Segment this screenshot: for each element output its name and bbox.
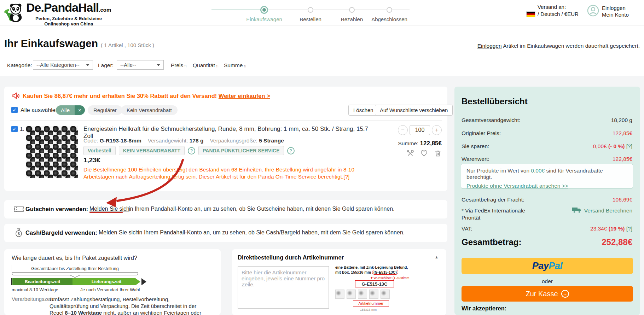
paypal-button[interactable]: PayPal — [462, 258, 633, 274]
processing-time-note: maximal 8-10 Werktage — [12, 287, 58, 292]
timeline-arrow-icon — [141, 278, 146, 285]
freight-label: Gesamtbetrag der Fracht: — [462, 197, 524, 203]
coupon-login-link[interactable]: Melden Sie sich — [89, 206, 129, 212]
quantity-decrease-button[interactable]: − — [398, 125, 408, 135]
original-price-label: Originaler Preis: — [462, 130, 501, 136]
item-checkbox[interactable]: ✓ — [11, 126, 18, 132]
calculate-shipping-link[interactable]: Versand Berechnen — [584, 208, 632, 214]
help-icon[interactable]: ? — [188, 147, 195, 154]
via-carrier-line2: Priorität — [462, 215, 480, 221]
german-flag-icon — [526, 11, 535, 17]
item-number-textarea[interactable] — [238, 266, 329, 309]
page-title-text: Ihr Einkaufswagen — [4, 37, 98, 49]
category-select[interactable]: --Alle Kategorien-- — [33, 60, 93, 70]
sort-price[interactable]: Preis↑↓ — [171, 62, 186, 69]
step-dot-pay — [349, 7, 355, 13]
item-number-example-image: eine Batterie, mit Zink-Legierung Befund… — [335, 265, 441, 311]
quantity-input[interactable] — [410, 125, 430, 135]
coupon-card: Gutschein verwenden: Melden Sie sich in … — [4, 200, 447, 218]
sort-quantity[interactable]: Quantität↑↓ — [193, 62, 218, 69]
ship-to-selector[interactable]: Versand an: / Deutsch / €EUR — [526, 4, 579, 17]
arrow-right-icon: → — [561, 290, 569, 298]
stock-label: Lager: — [98, 62, 114, 69]
coupon-text: in Ihrem Pandahall-Konto an, um zu sehen… — [129, 206, 395, 212]
or-separator: oder — [454, 278, 640, 285]
customize-tools-icon[interactable] — [406, 150, 414, 159]
persist-note: Einloggen Artikel im Einkaufswagen werde… — [477, 43, 640, 49]
help-icon[interactable]: ? — [287, 147, 295, 154]
logo-name: De.PandaHall — [26, 1, 99, 14]
grand-total-label: Gesamtbetrag: — [462, 237, 521, 247]
cash-card: $ Cash/Bargeld verwenden: Melden Sie sic… — [4, 224, 447, 242]
stock-select-value: --Alle-- — [120, 62, 136, 68]
item-actions — [406, 150, 442, 159]
example-circled-code: (G-E515-13C) — [372, 270, 398, 275]
ship-to-label: Versand an: — [538, 4, 579, 10]
logo-text: De.PandaHall.com Perlen, Zubehöre & Edel… — [26, 1, 111, 27]
category-select-value: --Alle Kategorien-- — [36, 62, 80, 68]
no-discount-products-link[interactable]: Produkte ohne Versandrabatt ansehen >> — [466, 183, 568, 189]
weight-label: Versandgewicht: — [148, 138, 190, 144]
close-icon[interactable]: × — [75, 105, 85, 115]
help-link[interactable]: [?] — [626, 226, 632, 232]
continue-shopping-link[interactable]: Weiter einkaufen > — [219, 93, 270, 99]
filter-tag-no-shipping-discount[interactable]: Kein Versandrabatt — [121, 105, 178, 115]
select-all-checkbox[interactable]: ✓ — [11, 107, 18, 113]
checkout-button[interactable]: Zur Kasse → — [462, 286, 633, 302]
collapse-icon[interactable]: ▲ — [435, 255, 439, 259]
item-index: 1. — [20, 126, 24, 132]
via-carrier-line1: * Via FedEx Internationale — [462, 208, 525, 214]
truck-icon — [572, 207, 582, 215]
product-image[interactable] — [26, 126, 78, 178]
example-description-2: mit Box, 155x16 mm — [335, 270, 371, 274]
login-link[interactable]: Einloggen — [477, 43, 502, 49]
user-icon — [587, 5, 599, 18]
trash-icon[interactable] — [434, 150, 442, 159]
filter-tag-all[interactable]: Alle × — [56, 105, 85, 115]
quantity-increase-button[interactable]: + — [432, 125, 442, 135]
summary-title: Bestellübersicht — [462, 97, 528, 106]
annotation-underline — [89, 212, 123, 213]
language-currency: / Deutsch / €EUR — [538, 11, 579, 17]
sort-sum[interactable]: Summe↑↓ — [224, 62, 246, 69]
check-icon: ✓ — [12, 107, 17, 113]
pandahall-cart-page: De.PandaHall.com Perlen, Zubehöre & Edel… — [0, 0, 644, 315]
filter-bar: Kategorie: --Alle Kategorien-- Lager: --… — [0, 57, 389, 72]
money-bag-icon: $ — [14, 228, 23, 240]
cash-login-link[interactable]: Melden Sie sich — [99, 229, 139, 236]
account-menu[interactable]: Einloggen Mein Konto — [587, 5, 629, 18]
help-link[interactable]: [?] — [626, 143, 632, 149]
cart-count-meta: ( 1 Artikel , 100 Stück ) — [101, 42, 154, 48]
delete-button[interactable]: Löschen — [348, 105, 378, 116]
svg-text:$: $ — [18, 232, 20, 236]
logo-subtitle-1: Perlen, Zubehöre & Edelsteine — [26, 16, 111, 21]
logo[interactable]: De.PandaHall.com Perlen, Zubehöre & Edel… — [4, 1, 111, 27]
example-thumbnails — [335, 290, 441, 299]
you-save-label: Sie sparen: — [462, 143, 489, 150]
warning-help-link[interactable]: [?] — [343, 174, 349, 180]
sum-value: 122,85€ — [420, 140, 442, 147]
unit-price: 1,23€ — [83, 156, 100, 164]
shipping-time-segment: Lieferungszeit — [72, 278, 140, 285]
shipping-time-note: Je nach Versandart Ihrer Wahl — [80, 287, 140, 292]
thumbnail — [347, 290, 356, 299]
processing-time-segment: Bearbeitungszeit — [12, 278, 72, 285]
example-item-number-box: G-E515-13C — [355, 280, 394, 287]
filter-tag-regular[interactable]: Regulärer — [88, 105, 122, 115]
badge-preorder: Vorbestell — [83, 146, 116, 155]
persist-note-text: Artikel im Einkaufswagen werden dauerhaf… — [502, 43, 640, 49]
sort-icon: ↑↓ — [216, 64, 218, 68]
badge-no-shipping-discount: KEIN VERSANDRABATT — [119, 146, 185, 155]
goods-value-label: Warenwert: — [462, 156, 489, 162]
step-dot-cart — [260, 6, 268, 14]
delivery-question: Wie lange dauert es, bis Ihr Paket zuges… — [12, 255, 137, 261]
goods-value-value: 122,85€ — [613, 156, 632, 162]
stock-select[interactable]: --Alle-- — [117, 60, 164, 70]
quantity-stepper: − + — [398, 125, 442, 135]
product-meta: Code: G-R193-18-8mmVersandgewicht: 178 g… — [83, 138, 290, 144]
heart-icon[interactable] — [420, 150, 428, 159]
move-to-wishlist-button[interactable]: Auf Wunschliste verschieben — [375, 105, 453, 116]
direct-order-card: Direktbestellung durch Artikelnummer ▲ e… — [232, 249, 446, 315]
processing-description: Umfasst Zahlungsbestätigung, Bestellvorb… — [50, 296, 208, 315]
calculate-shipping: Versand Berechnen — [572, 207, 632, 215]
